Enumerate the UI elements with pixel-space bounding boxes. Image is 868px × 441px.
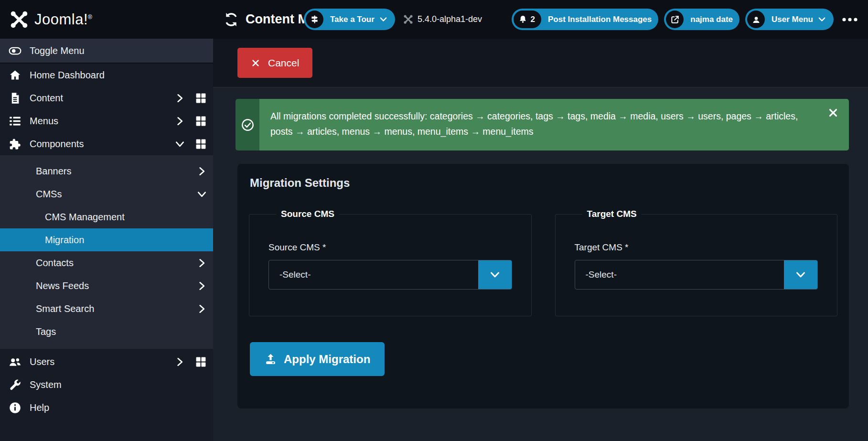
- joomla-admin-page: Joomla!® Content M Take a Tour: [0, 0, 868, 441]
- overflow-menu-icon[interactable]: [839, 14, 860, 25]
- target-cms-legend: Target CMS: [582, 209, 642, 219]
- source-cms-select[interactable]: -Select-: [268, 260, 512, 290]
- sidebar-item-smart-search[interactable]: Smart Search: [0, 297, 213, 320]
- main-content: Cancel All migrations completed successf…: [213, 39, 868, 441]
- target-cms-fieldset: Target CMS Target CMS * -Select-: [555, 209, 838, 316]
- source-cms-legend: Source CMS: [276, 209, 339, 219]
- x-icon: [251, 58, 260, 68]
- sidebar-item-components[interactable]: Components: [0, 132, 213, 155]
- post-installation-messages-button[interactable]: 2 Post Installation Messages: [512, 9, 659, 30]
- sidebar-item-banners[interactable]: Banners: [0, 160, 213, 183]
- chevron-down-icon: [818, 15, 826, 23]
- external-link-icon: [666, 11, 684, 28]
- chevron-right-icon: [196, 258, 207, 269]
- chevron-right-icon: [196, 280, 207, 291]
- target-cms-label: Target CMS *: [575, 242, 818, 253]
- sidebar-item-home-dashboard[interactable]: Home Dashboard: [0, 64, 213, 86]
- sidebar-item-tags[interactable]: Tags: [0, 320, 213, 343]
- alert-message: All migrations completed successfully: c…: [259, 99, 849, 151]
- components-submenu: Banners CMSs CMS Management Migration Co…: [0, 155, 213, 349]
- cancel-button[interactable]: Cancel: [237, 48, 312, 78]
- cms-fieldsets: Source CMS Source CMS * -Select- Target …: [249, 209, 837, 316]
- joomla-symbol-icon: [9, 9, 30, 30]
- grid-icon[interactable]: [195, 356, 207, 368]
- sidebar-menu: Toggle Menu Home Dashboard Content: [0, 39, 213, 441]
- target-cms-select[interactable]: -Select-: [575, 260, 818, 290]
- home-icon: [0, 69, 30, 82]
- sidebar-item-migration[interactable]: Migration: [0, 228, 213, 251]
- sidebar-item-system[interactable]: System: [0, 373, 213, 396]
- page-title-group: Content M Take a Tour: [224, 0, 482, 39]
- chevron-down-icon: [196, 189, 207, 200]
- sidebar-item-help[interactable]: Help: [0, 396, 213, 419]
- grid-icon[interactable]: [195, 138, 207, 150]
- sidebar-item-toggle-menu[interactable]: Toggle Menu: [0, 39, 213, 64]
- migration-settings-card: Migration Settings Source CMS Source CMS…: [237, 164, 849, 409]
- source-cms-label: Source CMS *: [268, 242, 512, 253]
- user-icon: [747, 11, 765, 28]
- joomla-version-icon: [403, 14, 414, 25]
- toggle-icon: [0, 44, 30, 57]
- logo-wordmark: Joomla!®: [34, 11, 92, 28]
- user-menu-button[interactable]: User Menu: [745, 9, 834, 30]
- source-cms-fieldset: Source CMS Source CMS * -Select-: [249, 209, 532, 316]
- grid-icon[interactable]: [195, 92, 207, 104]
- notification-counter: 2: [514, 11, 541, 28]
- sidebar-item-contacts[interactable]: Contacts: [0, 251, 213, 274]
- chevron-down-icon: [784, 260, 817, 289]
- success-alert: All migrations completed successfully: c…: [236, 99, 849, 151]
- refresh-icon: [224, 12, 239, 27]
- grid-icon[interactable]: [195, 115, 207, 127]
- wrench-icon: [0, 378, 30, 391]
- chevron-right-icon: [174, 356, 185, 367]
- signpost-icon: [306, 11, 323, 28]
- joomla-logo[interactable]: Joomla!®: [9, 0, 92, 39]
- document-icon: [0, 92, 30, 105]
- sidebar-item-cmss[interactable]: CMSs: [0, 183, 213, 205]
- sidebar-item-menus[interactable]: Menus: [0, 109, 213, 132]
- list-icon: [0, 115, 30, 128]
- chevron-right-icon: [196, 303, 207, 314]
- bell-icon: [518, 15, 527, 24]
- site-preview-button[interactable]: najma date: [664, 9, 739, 30]
- chevron-down-icon: [478, 260, 512, 289]
- card-title: Migration Settings: [249, 164, 837, 190]
- chevron-down-icon: [174, 139, 185, 150]
- header-actions: 2 Post Installation Messages najma date: [512, 0, 861, 39]
- sidebar-item-users[interactable]: Users: [0, 350, 213, 373]
- top-header-bar: Joomla!® Content M Take a Tour: [0, 0, 868, 39]
- target-cms-selected-value: -Select-: [575, 260, 784, 289]
- notification-count: 2: [531, 15, 535, 24]
- chevron-right-icon: [196, 166, 207, 177]
- version-indicator: 5.4.0-alpha1-dev: [403, 14, 482, 25]
- sidebar-item-cms-management[interactable]: CMS Management: [0, 205, 213, 228]
- source-cms-selected-value: -Select-: [269, 260, 478, 289]
- check-circle-icon: [236, 99, 259, 151]
- users-icon: [0, 355, 30, 368]
- chevron-right-icon: [174, 93, 185, 104]
- alert-close-icon[interactable]: [828, 108, 838, 118]
- page-title: Content M: [246, 12, 309, 27]
- upload-icon: [264, 353, 277, 366]
- take-a-tour-button[interactable]: Take a Tour: [304, 9, 395, 30]
- version-text: 5.4.0-alpha1-dev: [418, 14, 482, 24]
- toolbar: Cancel: [213, 39, 868, 87]
- sidebar-item-content[interactable]: Content: [0, 86, 213, 109]
- chevron-down-icon: [379, 15, 387, 23]
- apply-migration-button[interactable]: Apply Migration: [250, 342, 385, 376]
- sidebar-item-news-feeds[interactable]: News Feeds: [0, 274, 213, 297]
- info-icon: [0, 401, 30, 414]
- puzzle-icon: [0, 138, 30, 151]
- chevron-right-icon: [174, 116, 185, 127]
